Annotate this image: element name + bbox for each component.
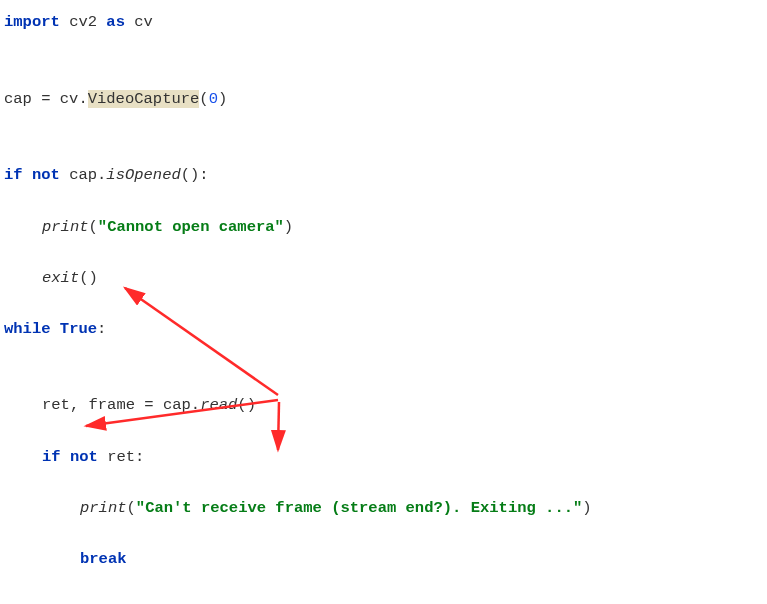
number-literal: 0 (209, 90, 218, 108)
keyword-if: if (4, 166, 23, 184)
keyword-while: while (4, 320, 51, 338)
keyword-as: as (106, 13, 125, 31)
code-line: break (4, 547, 763, 573)
keyword-break: break (80, 550, 127, 568)
code-line: exit() (4, 266, 763, 292)
code-block: import cv2 as cv cap = cv.VideoCapture(0… (4, 10, 763, 604)
fn-exit: exit (42, 269, 79, 287)
code-line: ret, frame = cap.read() (4, 393, 763, 419)
keyword-not: not (32, 166, 60, 184)
fn-print: print (80, 499, 127, 517)
string-literal: "Cannot open camera" (98, 218, 284, 236)
code-line: print("Can't receive frame (stream end?)… (4, 496, 763, 522)
code-line: if not ret: (4, 445, 763, 471)
fn-print: print (42, 218, 89, 236)
bool-true: True (60, 320, 97, 338)
fn-read: read (200, 396, 237, 414)
keyword-if: if (42, 448, 61, 466)
code-line: while True: (4, 317, 763, 343)
code-line: cap = cv.VideoCapture(0) (4, 87, 763, 113)
variable: cap (4, 90, 32, 108)
fn-videocapture: VideoCapture (88, 90, 200, 108)
fn-isopened: isOpened (106, 166, 180, 184)
module-name: cv2 (69, 13, 97, 31)
alias: cv (134, 13, 153, 31)
code-line: print("Cannot open camera") (4, 215, 763, 241)
code-line: import cv2 as cv (4, 10, 763, 36)
keyword-not: not (70, 448, 98, 466)
keyword-import: import (4, 13, 60, 31)
code-line: if not cap.isOpened(): (4, 163, 763, 189)
string-literal: "Can't receive frame (stream end?). Exit… (136, 499, 582, 517)
